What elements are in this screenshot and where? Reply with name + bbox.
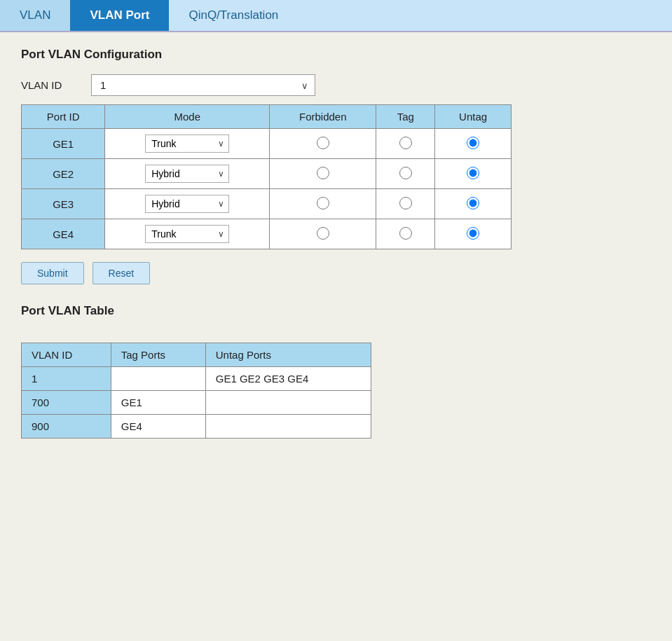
untag-radio[interactable] [467, 197, 479, 209]
mode-cell: AccessTrunkHybrid [105, 189, 270, 219]
tab-vlan-port[interactable]: VLAN Port [70, 0, 169, 31]
vlan-table-row: 700GE1 [22, 391, 371, 415]
port-id-cell: GE2 [22, 159, 105, 189]
tag-cell [376, 219, 435, 249]
config-section-title: Port VLAN Configuration [21, 48, 651, 62]
vlan-id-select[interactable]: 1 700 900 [91, 74, 315, 96]
page-wrapper: VLAN VLAN Port QinQ/Translation Port VLA… [0, 0, 672, 641]
table-row: GE4AccessTrunkHybrid [22, 219, 512, 249]
forbidden-radio[interactable] [317, 137, 329, 149]
vlan-id-label: VLAN ID [21, 79, 77, 91]
tag-radio[interactable] [399, 197, 412, 209]
tag-cell [376, 159, 435, 189]
tag-cell [376, 189, 435, 219]
tag-radio[interactable] [399, 137, 412, 149]
untag-radio[interactable] [467, 227, 479, 240]
untag-ports-cell [205, 415, 371, 439]
mode-cell: AccessTrunkHybrid [105, 129, 270, 159]
vlan-table-col-tag: Tag Ports [111, 343, 205, 367]
port-id-cell: GE3 [22, 189, 105, 219]
main-content: Port VLAN Configuration VLAN ID 1 700 90… [0, 32, 672, 460]
vlan-id-row: VLAN ID 1 700 900 [21, 74, 651, 96]
tab-vlan[interactable]: VLAN [0, 0, 70, 31]
vlan-table: VLAN ID Tag Ports Untag Ports 1GE1 GE2 G… [21, 343, 371, 439]
col-untag: Untag [435, 105, 512, 129]
vlan-id-cell: 900 [22, 415, 111, 439]
table-row: GE3AccessTrunkHybrid [22, 189, 512, 219]
mode-select[interactable]: AccessTrunkHybrid [145, 165, 229, 183]
untag-radio[interactable] [467, 137, 479, 149]
vlan-table-col-untag: Untag Ports [205, 343, 371, 367]
mode-select-wrapper: AccessTrunkHybrid [145, 225, 229, 243]
untag-cell [435, 129, 512, 159]
mode-select-wrapper: AccessTrunkHybrid [145, 165, 229, 183]
tag-radio[interactable] [399, 167, 412, 179]
untag-radio[interactable] [467, 167, 479, 179]
tab-qinq[interactable]: QinQ/Translation [169, 0, 298, 31]
forbidden-cell [270, 129, 376, 159]
forbidden-radio[interactable] [317, 227, 329, 240]
tag-cell [376, 129, 435, 159]
tag-radio[interactable] [399, 227, 412, 240]
vlan-table-row: 900GE4 [22, 415, 371, 439]
port-id-cell: GE4 [22, 219, 105, 249]
mode-select-wrapper: AccessTrunkHybrid [145, 135, 229, 153]
mode-cell: AccessTrunkHybrid [105, 159, 270, 189]
table-row: GE1AccessTrunkHybrid [22, 129, 512, 159]
forbidden-radio[interactable] [317, 167, 329, 179]
mode-cell: AccessTrunkHybrid [105, 219, 270, 249]
port-id-cell: GE1 [22, 129, 105, 159]
btn-row: Submit Reset [21, 262, 651, 284]
vlan-id-cell: 700 [22, 391, 111, 415]
submit-button[interactable]: Submit [21, 262, 84, 284]
tabs-bar: VLAN VLAN Port QinQ/Translation [0, 0, 672, 32]
forbidden-cell [270, 189, 376, 219]
untag-cell [435, 159, 512, 189]
config-table: Port ID Mode Forbidden Tag Untag GE1Acce… [21, 104, 512, 249]
vlan-table-col-id: VLAN ID [22, 343, 111, 367]
mode-select[interactable]: AccessTrunkHybrid [145, 135, 229, 153]
tag-ports-cell: GE4 [111, 415, 205, 439]
table-row: GE2AccessTrunkHybrid [22, 159, 512, 189]
col-forbidden: Forbidden [270, 105, 376, 129]
forbidden-cell [270, 219, 376, 249]
untag-cell [435, 189, 512, 219]
col-mode: Mode [105, 105, 270, 129]
untag-cell [435, 219, 512, 249]
vlan-id-cell: 1 [22, 367, 111, 391]
tag-ports-cell: GE1 [111, 391, 205, 415]
untag-ports-cell [205, 391, 371, 415]
untag-ports-cell: GE1 GE2 GE3 GE4 [205, 367, 371, 391]
mode-select-wrapper: AccessTrunkHybrid [145, 195, 229, 213]
mode-select[interactable]: AccessTrunkHybrid [145, 195, 229, 213]
mode-select[interactable]: AccessTrunkHybrid [145, 225, 229, 243]
vlan-table-row: 1GE1 GE2 GE3 GE4 [22, 367, 371, 391]
forbidden-radio[interactable] [317, 197, 329, 209]
vlan-id-select-wrapper: 1 700 900 [91, 74, 315, 96]
forbidden-cell [270, 159, 376, 189]
table-section-title: Port VLAN Table [21, 304, 651, 318]
col-tag: Tag [376, 105, 435, 129]
col-port-id: Port ID [22, 105, 105, 129]
reset-button[interactable]: Reset [92, 262, 151, 284]
tag-ports-cell [111, 367, 205, 391]
